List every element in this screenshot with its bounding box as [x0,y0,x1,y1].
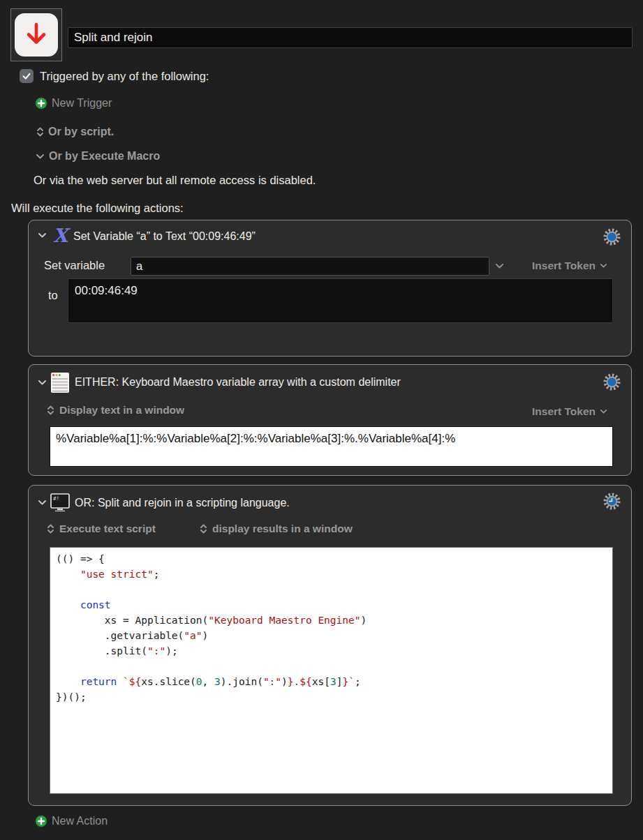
new-action-button[interactable]: New Action [35,815,108,827]
new-action-label: New Action [52,815,108,827]
action-execute-script: #! OR: Split and rejoin in a scripting l… [28,485,632,806]
macro-title-input[interactable] [68,27,633,48]
insert-token-label: Insert Token [532,260,596,272]
check-icon [21,70,32,82]
chevron-down-icon [600,263,607,269]
plus-icon [35,97,47,110]
action-title: OR: Split and rejoin in a scripting lang… [75,497,290,509]
display-mode-popup[interactable]: Display text in a window [47,404,184,417]
variable-x-icon: X [53,226,68,245]
results-mode-popup[interactable]: display results in a window [200,523,353,535]
chevron-up-down-icon [200,523,207,534]
variable-name-input[interactable] [131,257,489,276]
web-server-note: Or via the web server but all remote acc… [34,174,316,187]
insert-token-label: Insert Token [532,405,596,418]
svg-text:#!: #! [53,495,59,502]
collapse-chevron-icon[interactable] [38,500,47,506]
or-by-execute-label: Or by Execute Macro [49,150,160,163]
chevron-down-icon [36,153,45,160]
chevron-up-down-icon [47,405,54,416]
gear-icon[interactable] [603,227,621,246]
insert-token-button[interactable]: Insert Token [532,405,607,418]
macro-icon[interactable] [10,8,62,61]
chevron-up-down-icon [47,523,54,534]
triggers-header: Triggered by any of the following: [40,70,209,83]
actions-header: Will execute the following actions: [11,202,184,215]
gear-clock-icon[interactable] [603,492,621,511]
script-mode-popup[interactable]: Execute text script [47,523,156,535]
chevron-down-icon [600,409,607,414]
script-mode-label: Execute text script [59,523,156,535]
triggered-checkbox[interactable] [20,69,34,83]
collapse-chevron-icon[interactable] [38,232,47,239]
trigger-or-by-execute[interactable]: Or by Execute Macro [36,150,160,163]
action-title: EITHER: Keyboard Maestro variable array … [75,376,401,389]
to-label: to [48,289,58,302]
macro-icon-tile [15,13,58,57]
action-display-text: EITHER: Keyboard Maestro variable array … [28,364,632,476]
window-icon [50,371,70,394]
set-variable-label: Set variable [44,259,105,272]
new-trigger-label: New Trigger [52,97,112,110]
terminal-icon: #! [50,493,70,512]
action-title: Set Variable “a” to Text “00:09:46:49” [73,230,256,243]
or-by-script-label: Or by script. [48,126,114,138]
to-text-area[interactable]: 00:09:46:49 [68,278,613,323]
insert-token-button[interactable]: Insert Token [532,260,607,272]
results-mode-label: display results in a window [212,523,353,535]
variable-dropdown-chevron-icon[interactable] [495,263,504,269]
display-text-field[interactable]: %Variable%a[1]:%:%Variable%a[2]:%:%Varia… [50,426,613,467]
action-set-variable: X Set Variable “a” to Text “00:09:46:49”… [28,220,632,357]
script-code-block[interactable]: (() => { "use strict"; const xs = Applic… [50,547,613,794]
plus-icon [35,815,47,827]
collapse-chevron-icon[interactable] [38,380,47,386]
down-arrow-icon [24,21,49,49]
gear-icon[interactable] [603,373,621,391]
chevron-up-down-icon [36,126,44,137]
trigger-or-by-script[interactable]: Or by script. [36,126,114,138]
new-trigger-button[interactable]: New Trigger [35,97,112,110]
display-mode-label: Display text in a window [59,404,184,417]
macro-editor: Triggered by any of the following: New T… [0,0,643,840]
